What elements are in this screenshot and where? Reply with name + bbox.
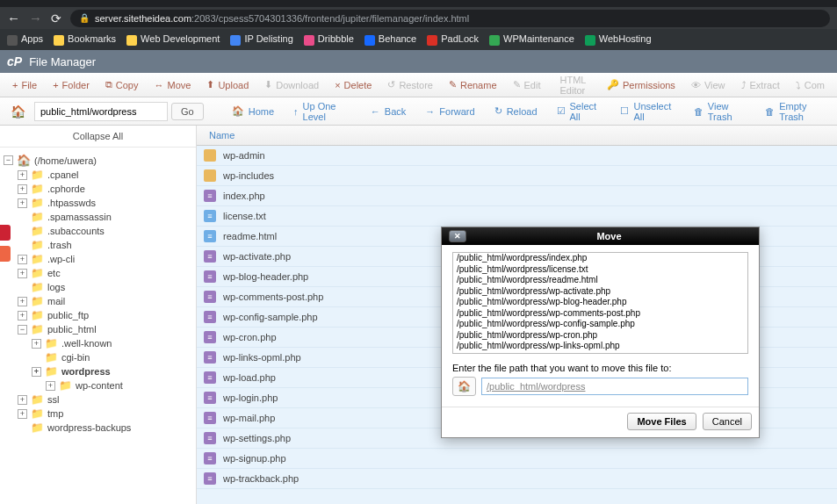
reload-icon[interactable]: ⟳	[51, 11, 61, 25]
home-icon[interactable]: 🏠	[452, 377, 476, 396]
copy-button[interactable]: ⧉Copy	[98, 76, 146, 93]
extract-button: ⤴Extract	[734, 77, 787, 93]
expander-icon[interactable]: +	[32, 339, 41, 349]
dialog-title: Move	[466, 231, 752, 241]
move-files-button[interactable]: Move Files	[627, 413, 696, 430]
expander-icon[interactable]: +	[32, 367, 41, 377]
expander-icon[interactable]: −	[18, 325, 27, 335]
file-row[interactable]: ≡license.txt	[197, 206, 837, 227]
tree-node[interactable]: +📁wp-content	[4, 378, 196, 392]
expander-icon[interactable]: +	[18, 170, 27, 180]
upload-button[interactable]: ⬆Upload	[199, 76, 256, 93]
tree-node[interactable]: 📁cgi-bin	[4, 350, 196, 364]
tree-node[interactable]: +📁wordpress	[4, 364, 196, 378]
tree-node[interactable]: +📁mail	[4, 294, 196, 308]
expander-icon[interactable]: +	[18, 269, 27, 278]
tree-node[interactable]: +📁.well-known	[4, 336, 196, 350]
tree-node[interactable]: −📁public_html	[4, 322, 196, 336]
bookmark-icon	[585, 35, 595, 46]
expander-icon[interactable]: +	[18, 184, 27, 194]
reload-button[interactable]: ↻Reload	[486, 97, 546, 126]
back-button[interactable]: ←Back	[362, 97, 415, 126]
permissions-button[interactable]: 🔑Permissions	[600, 76, 682, 93]
file-row[interactable]: wp-admin	[197, 146, 837, 166]
tree-node[interactable]: +📁.cphorde	[4, 182, 196, 196]
file-name: wp-admin	[223, 150, 265, 161]
bookmark-icon	[489, 35, 500, 46]
path-input[interactable]	[34, 102, 168, 121]
forward-button[interactable]: →Forward	[416, 97, 483, 126]
tree-node[interactable]: +📁public_ftp	[4, 308, 196, 322]
tree-node[interactable]: +📁etc	[4, 266, 196, 280]
move-button[interactable]: ↔Move	[147, 77, 198, 93]
bookmark-item[interactable]: Behance	[364, 33, 416, 45]
file-row[interactable]: ≡wp-trackback.php	[197, 469, 837, 489]
delete-button[interactable]: ×Delete	[328, 77, 379, 93]
folder-icon	[204, 149, 216, 162]
folder-button[interactable]: +Folder	[46, 77, 97, 93]
column-header-name[interactable]: Name	[197, 126, 837, 146]
select-all-button[interactable]: ☑Select All	[548, 97, 610, 126]
url-box[interactable]: 🔒 server.sitetheidea.com:2083/cpsess5704…	[70, 10, 830, 27]
unselect-all-button[interactable]: ☐Unselect All	[611, 97, 682, 126]
file-row[interactable]: ≡index.php	[197, 186, 837, 206]
tree-label: logs	[47, 282, 65, 292]
bookmark-icon	[364, 35, 375, 46]
file-name: license.txt	[223, 211, 266, 221]
expander-icon[interactable]: +	[18, 297, 27, 306]
folder-icon: 📁	[31, 225, 44, 237]
back-icon[interactable]: ←	[7, 11, 20, 25]
go-button[interactable]: Go	[171, 103, 204, 120]
folder-icon: 📁	[45, 337, 58, 349]
cancel-button[interactable]: Cancel	[703, 413, 752, 430]
tree-node[interactable]: +📁.htpasswds	[4, 196, 196, 210]
dialog-path-item: /public_html/wordpress/wp-activate.php	[457, 286, 744, 298]
expander-icon[interactable]: −	[4, 155, 13, 165]
bookmark-item[interactable]: Bookmarks	[54, 33, 116, 45]
expander-icon[interactable]: +	[18, 409, 27, 419]
tree-node[interactable]: 📁.spamassassin	[4, 210, 196, 224]
view-trash-button[interactable]: 🗑View Trash	[685, 97, 754, 126]
home-button[interactable]: 🏠Home	[223, 97, 283, 126]
tree-node[interactable]: +📁tmp	[4, 407, 196, 421]
rename-button[interactable]: ✎Rename	[442, 76, 504, 93]
tree-node[interactable]: +📁.wp-cli	[4, 252, 196, 266]
expander-icon[interactable]: +	[18, 311, 27, 320]
bookmark-item[interactable]: Dribbble	[304, 33, 354, 45]
tree-label: .cpanel	[47, 169, 78, 180]
bookmark-item[interactable]: WebHosting	[585, 33, 652, 45]
file-name: wp-config-sample.php	[223, 312, 318, 322]
file-row[interactable]: ≡wp-signup.php	[197, 449, 837, 469]
tree-node[interactable]: 📁.subaccounts	[4, 224, 196, 238]
forward-icon: →	[425, 106, 435, 117]
tree-node[interactable]: 📁logs	[4, 280, 196, 294]
tree-node[interactable]: 📁wordpress-backups	[4, 421, 196, 435]
expander-icon[interactable]: +	[18, 395, 27, 405]
collapse-all-button[interactable]: Collapse All	[0, 126, 196, 148]
expander-icon[interactable]: +	[18, 198, 27, 208]
tree-node[interactable]: −🏠(/home/uwera)	[4, 153, 196, 168]
bookmark-item[interactable]: WPMaintenance	[489, 33, 574, 45]
bookmark-item[interactable]: IP Delisting	[230, 33, 292, 45]
tree-node[interactable]: +📁ssl	[4, 392, 196, 407]
file-row[interactable]: wp-includes	[197, 166, 837, 186]
up-one-level-button[interactable]: ↑Up One Level	[285, 97, 360, 126]
target-path-input[interactable]	[481, 378, 748, 395]
file-button[interactable]: +File	[5, 77, 44, 93]
folder-icon: 📁	[31, 309, 44, 321]
restore-button: ↺Restore	[380, 76, 440, 93]
dialog-file-list[interactable]: /public_html/wordpress/index.php/public_…	[452, 252, 748, 354]
bookmark-item[interactable]: Apps	[7, 33, 43, 45]
expander-icon[interactable]: +	[18, 255, 27, 264]
folder-icon: 📁	[31, 281, 44, 293]
tree-node[interactable]: +📁.cpanel	[4, 168, 196, 182]
bookmark-item[interactable]: PadLock	[427, 33, 479, 45]
bookmark-item[interactable]: Web Development	[126, 33, 220, 45]
tree-node[interactable]: 📁.trash	[4, 238, 196, 252]
expander-icon[interactable]: +	[46, 381, 55, 391]
empty-trash-button[interactable]: 🗑Empty Trash	[756, 97, 832, 126]
home-icon[interactable]: 🏠	[5, 101, 31, 122]
forward-icon[interactable]: →	[29, 11, 42, 25]
close-icon[interactable]: ✕	[449, 230, 466, 242]
dialog-path-item: /public_html/wordpress/wp-comments-post.…	[457, 308, 744, 320]
